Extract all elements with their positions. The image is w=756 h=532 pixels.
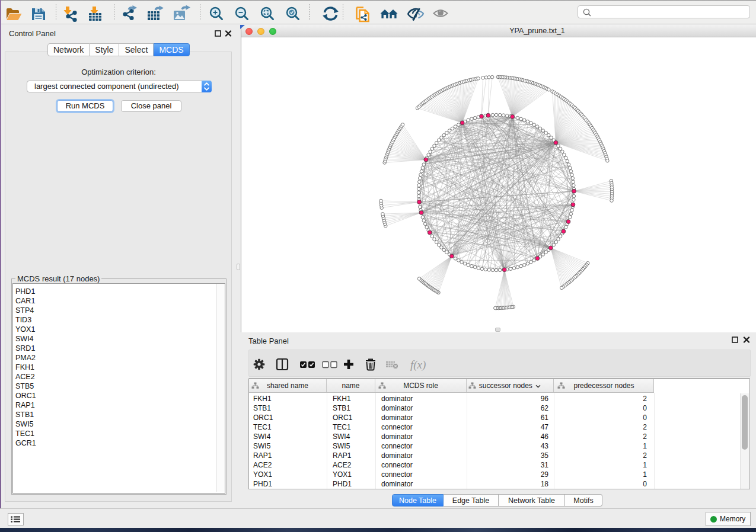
svg-text:f(x): f(x)	[410, 358, 426, 371]
